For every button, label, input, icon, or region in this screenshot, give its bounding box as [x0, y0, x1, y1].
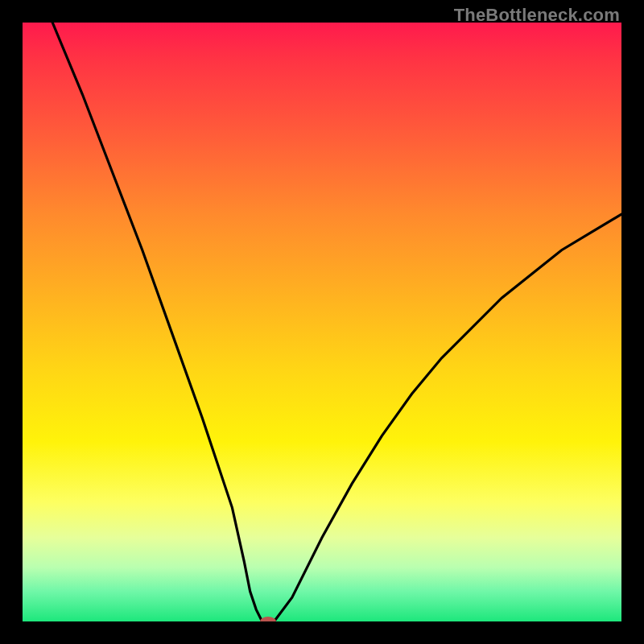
- curve-svg: [23, 23, 621, 621]
- min-point-marker: [260, 617, 276, 621]
- chart-frame: TheBottleneck.com: [0, 0, 644, 644]
- bottleneck-curve: [52, 23, 621, 621]
- plot-area: [23, 23, 621, 621]
